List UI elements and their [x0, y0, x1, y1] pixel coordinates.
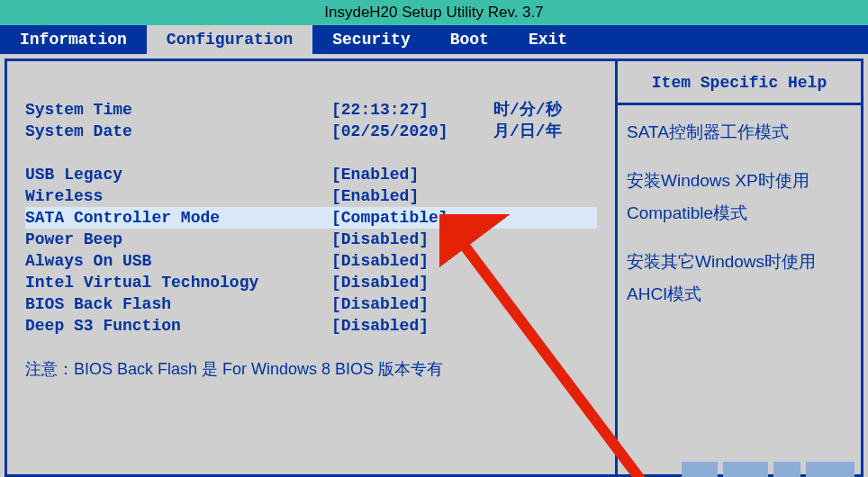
setting-intel-vt[interactable]: Intel Virtual Technology [Disabled]: [25, 272, 597, 293]
setting-bios-back-flash[interactable]: BIOS Back Flash [Disabled]: [25, 293, 597, 315]
redacted-area: [682, 462, 854, 477]
setting-extra: 时/分/秒: [493, 99, 597, 121]
tab-security[interactable]: Security: [312, 25, 429, 54]
setting-label: System Date: [25, 121, 331, 142]
setting-label: USB Legacy: [25, 164, 331, 185]
help-line: SATA控制器工作模式: [627, 116, 852, 148]
title-bar: InsydeH20 Setup Utility Rev. 3.7: [0, 0, 868, 25]
setting-sata-mode[interactable]: SATA Controller Mode [Compatible]: [25, 207, 597, 229]
setting-label: Deep S3 Function: [25, 315, 331, 337]
setting-system-time[interactable]: System Time [22:13:27] 时/分/秒: [25, 99, 597, 121]
help-title: Item Specific Help: [618, 61, 861, 105]
setting-label: BIOS Back Flash: [25, 293, 331, 315]
setting-value[interactable]: [Disabled]: [331, 293, 493, 315]
setting-usb-legacy[interactable]: USB Legacy [Enabled]: [25, 164, 597, 185]
tab-exit[interactable]: Exit: [509, 25, 587, 54]
setting-label: System Time: [25, 99, 331, 121]
setting-value[interactable]: [Enabled]: [331, 164, 493, 185]
help-body: SATA控制器工作模式 安装Windows XP时使用Compatible模式 …: [618, 105, 861, 321]
tab-bar: Information Configuration Security Boot …: [0, 25, 868, 54]
setting-value[interactable]: [02/25/2020]: [331, 121, 493, 142]
setting-always-on-usb[interactable]: Always On USB [Disabled]: [25, 250, 597, 272]
tab-configuration[interactable]: Configuration: [147, 25, 312, 54]
setting-system-date[interactable]: System Date [02/25/2020] 月/日/年: [25, 121, 597, 142]
tab-information[interactable]: Information: [0, 25, 147, 54]
settings-panel: System Time [22:13:27] 时/分/秒 System Date…: [7, 61, 618, 474]
setting-value[interactable]: [Disabled]: [331, 229, 493, 250]
setting-value[interactable]: [Compatible]: [331, 207, 493, 229]
content: System Time [22:13:27] 时/分/秒 System Date…: [5, 58, 863, 477]
setting-value[interactable]: [Disabled]: [331, 250, 493, 272]
setting-label: SATA Controller Mode: [25, 207, 331, 229]
setting-power-beep[interactable]: Power Beep [Disabled]: [25, 229, 597, 250]
setting-value[interactable]: [22:13:27]: [331, 99, 493, 121]
setting-value[interactable]: [Disabled]: [331, 272, 493, 293]
help-line: 安装其它Windows时使用AHCI模式: [627, 246, 852, 310]
settings-note: 注意：BIOS Back Flash 是 For Windows 8 BIOS …: [25, 358, 597, 380]
setting-label: Intel Virtual Technology: [25, 272, 331, 293]
setting-extra: 月/日/年: [493, 121, 597, 142]
help-line: 安装Windows XP时使用Compatible模式: [627, 165, 852, 230]
setting-deep-s3[interactable]: Deep S3 Function [Disabled]: [25, 315, 597, 337]
setting-label: Power Beep: [25, 229, 331, 250]
setting-wireless[interactable]: Wireless [Enabled]: [25, 185, 597, 207]
help-panel: Item Specific Help SATA控制器工作模式 安装Windows…: [618, 61, 861, 474]
setting-value[interactable]: [Enabled]: [331, 185, 493, 207]
setting-label: Wireless: [25, 185, 331, 207]
setting-label: Always On USB: [25, 250, 331, 272]
tab-boot[interactable]: Boot: [430, 25, 509, 54]
setting-value[interactable]: [Disabled]: [331, 315, 493, 337]
